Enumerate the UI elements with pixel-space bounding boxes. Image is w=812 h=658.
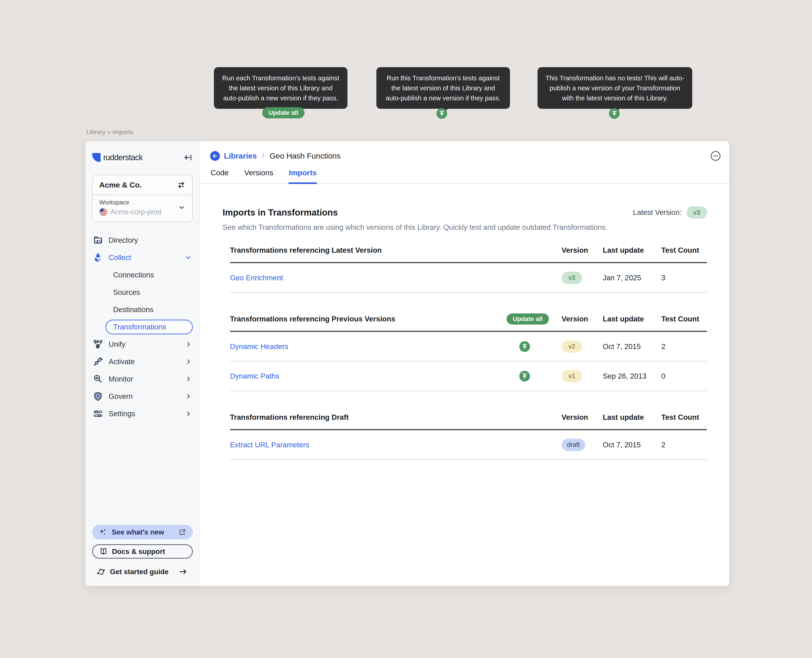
rudderstack-logo-icon — [92, 153, 101, 162]
rudderstack-logo-text: rudderstack — [103, 153, 143, 162]
column-header-version: Version — [562, 315, 603, 323]
table-row: Extract URL Parameters draft Oct 7, 2015… — [230, 430, 707, 460]
kebab-menu-icon[interactable] — [710, 150, 721, 161]
sidebar: rudderstack Acme & Co. Workspace — [85, 141, 200, 586]
sidebar-item-label: Unify — [108, 340, 125, 349]
last-update-value: Sep 26, 2013 — [603, 372, 661, 381]
sidebar-item-label: Govern — [108, 392, 133, 401]
publish-up-icon[interactable] — [437, 108, 447, 119]
breadcrumb: Library » Imports — [86, 128, 133, 136]
version-badge: v3 — [562, 272, 582, 284]
chevron-down-icon[interactable] — [177, 204, 185, 212]
last-update-value: Jan 7, 2025 — [603, 274, 661, 282]
last-update-value: Oct 7, 2015 — [603, 342, 661, 351]
chevron-down-icon — [185, 254, 192, 261]
sidebar-item-label: Settings — [108, 409, 135, 418]
test-count-value: 2 — [661, 441, 707, 449]
column-header-last-update: Last update — [603, 315, 661, 323]
org-name: Acme & Co. — [99, 181, 142, 189]
app-window: rudderstack Acme & Co. Workspace — [85, 141, 729, 586]
sidebar-item-sources[interactable]: Sources — [92, 284, 193, 301]
update-all-button-tooltip[interactable]: Update all — [262, 107, 305, 118]
latest-version-badge: v3 — [686, 206, 707, 219]
tab-imports[interactable]: Imports — [289, 165, 317, 183]
page-subtitle: See which Transformations are using whic… — [223, 223, 707, 232]
transformation-link[interactable]: Dynamic Paths — [230, 372, 519, 381]
table-latest-version: Transformations referencing Latest Versi… — [230, 238, 707, 293]
table-draft: Transformations referencing Draft Versio… — [230, 405, 707, 460]
sidebar-item-label: Activate — [108, 357, 135, 366]
tooltip-update-single: Run this Transformation’s tests against … — [376, 67, 510, 109]
column-header-version: Version — [562, 246, 603, 254]
external-link-icon — [179, 528, 186, 536]
workspace-value: Acme-corp-prod — [110, 208, 162, 216]
column-header-test-count: Test Count — [661, 315, 707, 323]
main-panel: Libraries / Geo Hash Functions Code Vers… — [200, 141, 729, 586]
version-badge: v2 — [562, 340, 582, 353]
sidebar-item-directory[interactable]: Directory — [92, 232, 193, 249]
latest-version-label: Latest Version: — [633, 208, 682, 217]
transformation-link[interactable]: Geo Enrichment — [230, 274, 519, 282]
org-workspace-selector: Acme & Co. Workspace Acme-corp-prod — [92, 175, 193, 222]
collect-icon — [93, 253, 103, 263]
unify-icon — [93, 340, 103, 349]
column-header-version: Version — [562, 413, 603, 421]
sidebar-item-label: Collect — [108, 253, 131, 262]
see-whats-new-button[interactable]: See what's new — [92, 525, 193, 539]
settings-icon — [93, 409, 103, 419]
docs-support-button[interactable]: Docs & support — [92, 544, 193, 559]
docs-support-label: Docs & support — [112, 547, 165, 556]
update-transformation-icon[interactable] — [519, 341, 530, 352]
publish-up-icon[interactable] — [609, 108, 620, 119]
library-tabs: Code Versions Imports — [200, 165, 729, 184]
swap-org-icon[interactable] — [177, 180, 185, 189]
directory-icon — [93, 235, 103, 245]
chevron-right-icon — [185, 376, 192, 382]
library-header: Libraries / Geo Hash Functions — [200, 150, 729, 162]
book-icon — [99, 547, 107, 555]
version-badge: v1 — [562, 370, 582, 382]
update-all-button[interactable]: Update all — [507, 313, 549, 324]
sidebar-item-transformations[interactable]: Transformations — [105, 320, 193, 334]
org-row[interactable]: Acme & Co. — [93, 175, 192, 195]
chevron-right-icon — [185, 410, 192, 417]
sidebar-menu: Directory Collect Connections Sources De… — [92, 232, 193, 422]
sparkles-icon — [99, 528, 107, 536]
section-heading: Transformations referencing Latest Versi… — [230, 246, 519, 254]
back-icon[interactable] — [210, 151, 220, 161]
collapse-sidebar-icon[interactable] — [184, 153, 193, 162]
table-row: Dynamic Headers v2 Oct 7, 2015 2 — [230, 332, 707, 362]
sidebar-item-monitor[interactable]: Monitor — [92, 370, 193, 388]
breadcrumb-libraries-link[interactable]: Libraries — [224, 152, 257, 160]
transformation-link[interactable]: Extract URL Parameters — [230, 441, 519, 449]
last-update-value: Oct 7, 2015 — [603, 441, 661, 449]
sidebar-item-connections[interactable]: Connections — [92, 266, 193, 284]
get-started-guide-button[interactable]: Get started guide — [92, 565, 193, 578]
section-heading: Transformations referencing Previous Ver… — [230, 315, 519, 323]
sidebar-item-collect[interactable]: Collect — [92, 249, 193, 266]
table-row: Dynamic Paths v1 Sep 26, 2013 0 — [230, 362, 707, 391]
workspace-label: Workspace — [99, 199, 162, 206]
us-flag-icon — [99, 208, 107, 216]
sidebar-item-settings[interactable]: Settings — [92, 405, 193, 422]
sidebar-item-label: Directory — [108, 236, 138, 244]
transformation-link[interactable]: Dynamic Headers — [230, 342, 519, 351]
see-whats-new-label: See what's new — [112, 528, 164, 536]
get-started-guide-label: Get started guide — [110, 568, 168, 576]
table-row: Geo Enrichment v3 Jan 7, 2025 3 — [230, 263, 707, 293]
tooltip-update-all: Run each Transformation’s tests against … — [214, 67, 347, 109]
sidebar-item-activate[interactable]: Activate — [92, 353, 193, 370]
tab-code[interactable]: Code — [210, 165, 229, 183]
test-count-value: 0 — [661, 372, 707, 381]
sidebar-item-unify[interactable]: Unify — [92, 336, 193, 353]
chevron-right-icon — [185, 393, 192, 400]
chevron-right-icon — [185, 358, 192, 365]
sidebar-item-destinations[interactable]: Destinations — [92, 301, 193, 318]
update-transformation-icon[interactable] — [519, 371, 530, 382]
sidebar-item-govern[interactable]: Govern — [92, 388, 193, 405]
monitor-icon — [93, 374, 103, 384]
tab-versions[interactable]: Versions — [244, 165, 273, 183]
imports-content: Imports in Transformations Latest Versio… — [200, 184, 729, 586]
column-header-test-count: Test Count — [661, 246, 707, 254]
workspace-selector[interactable]: Workspace Acme-corp-prod — [93, 195, 192, 222]
